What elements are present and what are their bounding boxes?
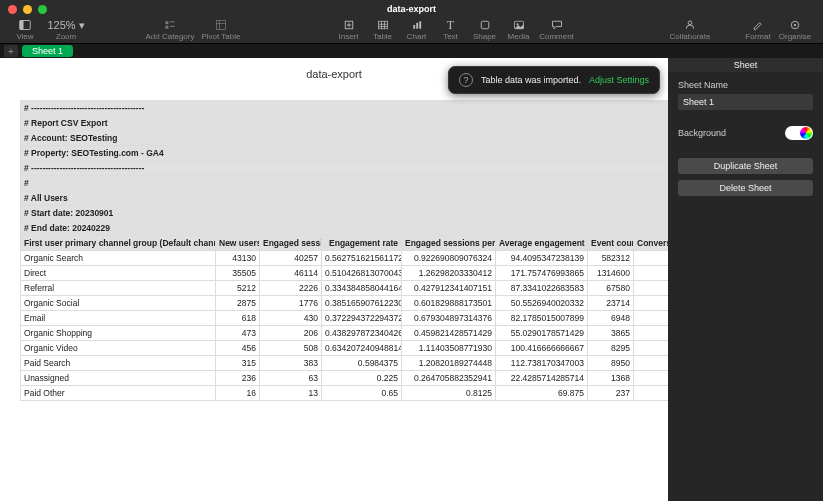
meta-row: # --------------------------------------… — [21, 101, 669, 116]
meta-row: # Property: SEOTesting.com - GA4 — [21, 146, 669, 161]
data-table[interactable]: # --------------------------------------… — [20, 100, 668, 401]
meta-row: # Account: SEOTesting — [21, 131, 669, 146]
svg-rect-20 — [481, 21, 489, 29]
zoom-button[interactable]: 125%▾ Zoom — [42, 18, 90, 42]
inspector-tab-sheet[interactable]: Sheet — [668, 58, 823, 72]
close-icon[interactable] — [8, 5, 17, 14]
text-button[interactable]: T Text — [434, 18, 468, 42]
titlebar: data-export — [0, 0, 823, 18]
window-title: data-export — [0, 4, 823, 14]
meta-row: # --------------------------------------… — [21, 161, 669, 176]
svg-rect-12 — [378, 21, 387, 29]
table-row[interactable]: Email6184300.3722943722943720.6793048973… — [21, 311, 669, 326]
media-icon — [513, 18, 525, 32]
sheet-tabs-bar: + Sheet 1 — [0, 44, 823, 58]
insert-icon — [343, 18, 355, 32]
table-row[interactable]: Referral521222260.3343848580441640.42791… — [21, 281, 669, 296]
duplicate-sheet-button[interactable]: Duplicate Sheet — [678, 158, 813, 174]
svg-rect-5 — [170, 26, 175, 27]
meta-row: # Start date: 20230901 — [21, 206, 669, 221]
table-row[interactable]: Organic Shopping4732060.4382978723404260… — [21, 326, 669, 341]
comment-button[interactable]: Comment — [536, 18, 578, 42]
table-row[interactable]: Organic Search43130402570.56275162156117… — [21, 251, 669, 266]
svg-rect-6 — [217, 21, 226, 30]
svg-point-23 — [688, 21, 692, 25]
meta-row: # Report CSV Export — [21, 116, 669, 131]
background-toggle[interactable] — [785, 126, 813, 140]
meta-row: # All Users — [21, 191, 669, 206]
organise-button[interactable]: Organise — [775, 18, 815, 42]
collaborate-icon — [684, 18, 696, 32]
text-icon: T — [447, 18, 454, 32]
svg-rect-17 — [413, 25, 415, 29]
svg-rect-18 — [416, 23, 418, 29]
minimize-icon[interactable] — [23, 5, 32, 14]
insert-button[interactable]: Insert — [332, 18, 366, 42]
maximize-icon[interactable] — [38, 5, 47, 14]
category-icon — [164, 18, 176, 32]
table-icon — [377, 18, 389, 32]
pivot-icon — [215, 18, 227, 32]
meta-row: # End date: 20240229 — [21, 221, 669, 236]
inspector-panel: Sheet Sheet Name Background Duplicate Sh… — [668, 58, 823, 501]
svg-rect-4 — [170, 21, 175, 22]
organise-icon — [789, 18, 801, 32]
table-row[interactable]: Paid Search3153830.59843751.208201892744… — [21, 356, 669, 371]
media-button[interactable]: Media — [502, 18, 536, 42]
table-button[interactable]: Table — [366, 18, 400, 42]
add-category-button[interactable]: Add Category — [142, 18, 198, 42]
svg-point-22 — [516, 23, 518, 25]
header-row: First user primary channel group (Defaul… — [21, 236, 669, 251]
import-notification: ? Table data was imported. Adjust Settin… — [448, 66, 660, 94]
notification-message: Table data was imported. — [481, 75, 581, 85]
chevron-down-icon: ▾ — [79, 19, 85, 32]
table-row[interactable]: Organic Video4565080.6342072409488141.11… — [21, 341, 669, 356]
chart-button[interactable]: Chart — [400, 18, 434, 42]
background-label: Background — [678, 128, 726, 138]
add-sheet-button[interactable]: + — [4, 45, 18, 57]
sheet-tab-active[interactable]: Sheet 1 — [22, 45, 73, 57]
svg-rect-2 — [166, 21, 169, 24]
table-row[interactable]: Direct35505461140.5104268130700431.26298… — [21, 266, 669, 281]
comment-icon — [551, 18, 563, 32]
toolbar: View 125%▾ Zoom Add Category Pivot Table… — [0, 18, 823, 44]
sheet-name-input[interactable] — [678, 94, 813, 110]
format-icon — [752, 18, 764, 32]
shape-icon — [479, 18, 491, 32]
help-icon[interactable]: ? — [459, 73, 473, 87]
sidebar-icon — [19, 18, 31, 32]
svg-rect-19 — [419, 21, 421, 29]
zoom-value: 125%▾ — [47, 18, 84, 32]
svg-point-25 — [794, 24, 796, 26]
meta-row: # — [21, 176, 669, 191]
table-row[interactable]: Paid Other16130.650.812569.875237 — [21, 386, 669, 401]
chart-icon — [411, 18, 423, 32]
table-row[interactable]: Organic Social287517760.3851659076122300… — [21, 296, 669, 311]
adjust-settings-button[interactable]: Adjust Settings — [589, 75, 649, 85]
shape-button[interactable]: Shape — [468, 18, 502, 42]
svg-rect-1 — [20, 21, 24, 30]
collaborate-button[interactable]: Collaborate — [665, 18, 715, 42]
sheet-name-label: Sheet Name — [678, 80, 813, 90]
table-row[interactable]: Unassigned236630.2250.26470588235294122.… — [21, 371, 669, 386]
format-button[interactable]: Format — [741, 18, 775, 42]
window-controls — [8, 5, 47, 14]
view-button[interactable]: View — [8, 18, 42, 42]
svg-rect-3 — [166, 26, 169, 29]
pivot-table-button[interactable]: Pivot Table — [198, 18, 244, 42]
canvas[interactable]: ? Table data was imported. Adjust Settin… — [0, 58, 668, 501]
delete-sheet-button[interactable]: Delete Sheet — [678, 180, 813, 196]
